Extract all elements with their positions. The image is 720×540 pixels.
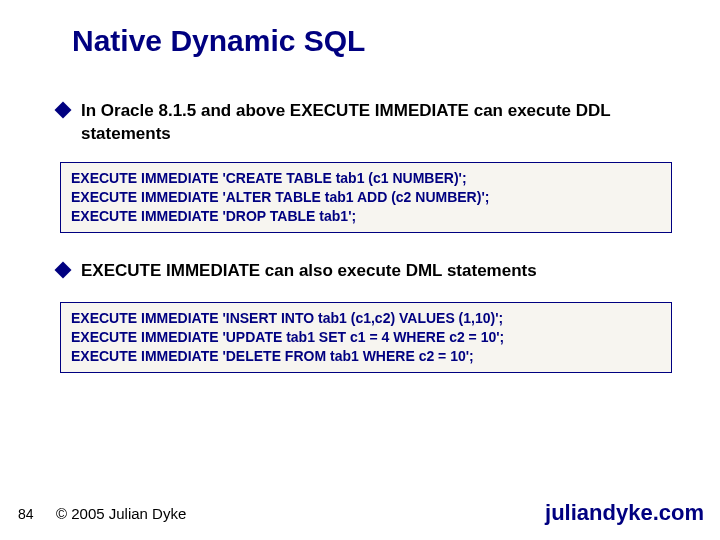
code-box-ddl: EXECUTE IMMEDIATE 'CREATE TABLE tab1 (c1…	[60, 162, 672, 233]
code-line: EXECUTE IMMEDIATE 'UPDATE tab1 SET c1 = …	[71, 328, 661, 347]
copyright-text: © 2005 Julian Dyke	[56, 505, 186, 522]
bullet-ddl-text: In Oracle 8.1.5 and above EXECUTE IMMEDI…	[81, 100, 680, 146]
bullet-dml: EXECUTE IMMEDIATE can also execute DML s…	[57, 260, 680, 283]
code-box-dml: EXECUTE IMMEDIATE 'INSERT INTO tab1 (c1,…	[60, 302, 672, 373]
code-line: EXECUTE IMMEDIATE 'CREATE TABLE tab1 (c1…	[71, 169, 661, 188]
code-line: EXECUTE IMMEDIATE 'DELETE FROM tab1 WHER…	[71, 347, 661, 366]
site-url: juliandyke.com	[545, 500, 704, 526]
code-line: EXECUTE IMMEDIATE 'INSERT INTO tab1 (c1,…	[71, 309, 661, 328]
slide-title: Native Dynamic SQL	[72, 24, 365, 58]
diamond-bullet-icon	[55, 102, 72, 119]
code-line: EXECUTE IMMEDIATE 'ALTER TABLE tab1 ADD …	[71, 188, 661, 207]
slide-number: 84	[18, 506, 34, 522]
code-line: EXECUTE IMMEDIATE 'DROP TABLE tab1';	[71, 207, 661, 226]
bullet-dml-text: EXECUTE IMMEDIATE can also execute DML s…	[81, 260, 537, 283]
diamond-bullet-icon	[55, 262, 72, 279]
bullet-ddl: In Oracle 8.1.5 and above EXECUTE IMMEDI…	[57, 100, 680, 146]
